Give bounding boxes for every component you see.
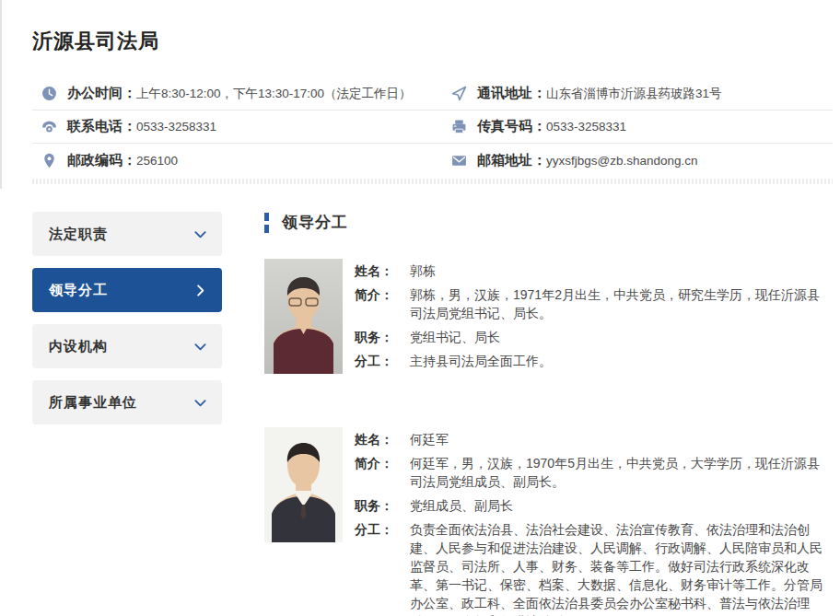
contact-label: 通讯地址： <box>477 85 546 102</box>
contact-row-address: 通讯地址： 山东省淄博市沂源县药玻路31号 <box>431 77 833 110</box>
contact-row-email: 邮箱地址： yyxsfjbgs@zb.shandong.cn <box>431 144 833 177</box>
leader-photo <box>264 259 343 374</box>
leader-position: 党组书记、局长 <box>410 328 832 346</box>
fax-icon <box>451 119 467 134</box>
chevron-down-icon <box>193 340 207 354</box>
field-label: 分工： <box>355 352 410 370</box>
main-content: 领导分工 <box>264 212 833 616</box>
contact-value: 0533-3258331 <box>136 120 216 134</box>
contact-label: 联系电话： <box>67 118 136 135</box>
info-row-duty: 分工： 主持县司法局全面工作。 <box>355 352 833 370</box>
field-label: 姓名： <box>355 262 410 280</box>
contact-label: 邮政编码： <box>67 152 136 169</box>
section-marker-icon <box>264 213 269 233</box>
section-divider <box>32 179 833 184</box>
contact-value: 山东省淄博市沂源县药玻路31号 <box>546 86 722 102</box>
contact-info-grid: 办公时间： 上午8:30-12:00，下午13:30-17:00（法定工作日） … <box>32 77 833 177</box>
sidebar-item-internal-organs[interactable]: 内设机构 <box>32 324 222 368</box>
chevron-down-icon <box>193 227 207 241</box>
page: 沂源县司法局 办公时间： 上午8:30-12:00，下午13:30-17:00（… <box>0 0 840 616</box>
leader-intro: 何廷军，男，汉族，1970年5月出生，中共党员，大学学历，现任沂源县司法局党组成… <box>410 454 832 491</box>
section-title: 领导分工 <box>282 212 348 233</box>
leader-duty: 主持县司法局全面工作。 <box>410 352 832 370</box>
contact-label: 邮箱地址： <box>477 152 546 169</box>
sidebar-item-label: 内设机构 <box>49 338 108 355</box>
sidebar: 法定职责 领导分工 内设机构 所属事业单位 <box>32 212 222 616</box>
sidebar-item-statutory-duties[interactable]: 法定职责 <box>32 212 222 256</box>
contact-value: 256100 <box>136 154 178 168</box>
info-row-duty: 分工： 负责全面依法治县、法治社会建设、法治宣传教育、依法治理和法治创建、人民参… <box>355 520 833 616</box>
navigation-icon <box>451 86 467 101</box>
leader-position: 党组成员、副局长 <box>410 496 832 515</box>
info-row-intro: 简介： 何廷军，男，汉族，1970年5月出生，中共党员，大学学历，现任沂源县司法… <box>355 454 833 491</box>
page-edge-line <box>0 0 2 189</box>
contact-value: 上午8:30-12:00，下午13:30-17:00（法定工作日） <box>136 86 412 102</box>
sidebar-item-affiliated-institutions[interactable]: 所属事业单位 <box>32 380 222 424</box>
leader-photo <box>264 427 343 542</box>
clock-icon <box>41 86 57 101</box>
field-label: 分工： <box>355 520 410 616</box>
field-label: 姓名： <box>355 430 410 448</box>
sidebar-item-leadership-division[interactable]: 领导分工 <box>32 268 222 312</box>
contact-value: yyxsfjbgs@zb.shandong.cn <box>546 154 698 168</box>
info-row-position: 职务： 党组成员、副局长 <box>355 496 833 515</box>
contact-row-postcode: 邮政编码： 256100 <box>32 144 431 177</box>
leader-info: 姓名： 郭栋 简介： 郭栋，男，汉族，1971年2月出生，中共党员，研究生学历，… <box>355 259 833 376</box>
envelope-icon <box>451 153 467 169</box>
sidebar-item-label: 领导分工 <box>49 282 108 299</box>
contact-value: 0533-3258331 <box>546 120 626 134</box>
sidebar-item-label: 法定职责 <box>49 226 108 243</box>
page-title: 沂源县司法局 <box>32 28 833 55</box>
leader-name: 何廷军 <box>410 430 832 448</box>
contact-row-phone: 联系电话： 0533-3258331 <box>32 110 431 144</box>
leader-profile: 姓名： 何廷军 简介： 何廷军，男，汉族，1970年5月出生，中共党员，大学学历… <box>264 427 833 616</box>
contact-row-office-hours: 办公时间： 上午8:30-12:00，下午13:30-17:00（法定工作日） <box>32 77 431 110</box>
leader-info: 姓名： 何廷军 简介： 何廷军，男，汉族，1970年5月出生，中共党员，大学学历… <box>355 427 833 616</box>
leader-intro: 郭栋，男，汉族，1971年2月出生，中共党员，研究生学历，现任沂源县司法局党组书… <box>410 285 832 322</box>
info-row-position: 职务： 党组书记、局长 <box>355 328 833 346</box>
chevron-right-icon <box>193 284 207 297</box>
field-label: 简介： <box>355 285 410 322</box>
info-row-name: 姓名： 郭栋 <box>355 262 833 280</box>
field-label: 简介： <box>355 454 410 491</box>
contact-label: 传真号码： <box>477 118 546 135</box>
contact-label: 办公时间： <box>67 85 136 102</box>
field-label: 职务： <box>355 328 410 346</box>
leader-profile: 姓名： 郭栋 简介： 郭栋，男，汉族，1971年2月出生，中共党员，研究生学历，… <box>264 259 833 376</box>
leader-duty: 负责全面依法治县、法治社会建设、法治宣传教育、依法治理和法治创建、人民参与和促进… <box>410 520 832 616</box>
leader-name: 郭栋 <box>410 262 832 280</box>
section-header: 领导分工 <box>264 212 833 233</box>
contact-row-fax: 传真号码： 0533-3258331 <box>431 110 833 144</box>
sidebar-item-label: 所属事业单位 <box>49 394 137 412</box>
info-row-name: 姓名： 何廷军 <box>355 430 833 448</box>
info-row-intro: 简介： 郭栋，男，汉族，1971年2月出生，中共党员，研究生学历，现任沂源县司法… <box>355 285 833 322</box>
phone-icon <box>41 119 57 134</box>
location-pin-icon <box>41 153 57 169</box>
chevron-down-icon <box>193 396 207 410</box>
field-label: 职务： <box>355 496 410 515</box>
